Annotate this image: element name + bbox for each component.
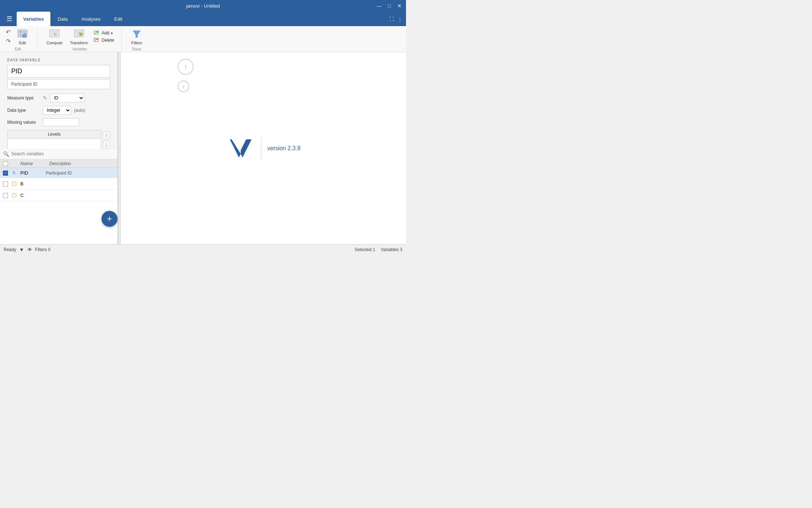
window-title: jamovi - Untitled xyxy=(186,3,220,9)
measure-type-select[interactable]: ID Nominal Ordinal Continuous xyxy=(50,94,84,102)
measure-type-edit-icon[interactable]: ✎ xyxy=(43,95,47,101)
selected-label: Selected 1 xyxy=(355,247,375,252)
ribbon-rows-buttons: Filters xyxy=(128,27,146,46)
svg-text:⇄: ⇄ xyxy=(80,33,82,36)
row2-type-icon: ⬡ xyxy=(12,180,20,187)
svg-rect-18 xyxy=(94,38,99,42)
add-delete-group: Add ▾ Delete xyxy=(92,30,116,44)
variables-label: Variables 3 xyxy=(381,247,402,252)
data-type-select[interactable]: Integer Decimal Text xyxy=(43,106,71,115)
up-arrow-button[interactable]: ↑ xyxy=(178,59,194,75)
variable-description-input[interactable] xyxy=(7,79,110,89)
variables-table-header: Name Description xyxy=(0,159,117,168)
tab-edit[interactable]: Edit xyxy=(108,12,129,26)
select-all-checkbox[interactable] xyxy=(3,161,8,166)
more-options-icon[interactable]: ⋮ xyxy=(398,16,402,22)
row3-checkbox[interactable] xyxy=(3,193,8,198)
eye-icon[interactable]: 👁 xyxy=(27,247,32,253)
missing-values-label: Missing values xyxy=(7,120,40,125)
compute-button[interactable]: fx Compute xyxy=(44,27,66,46)
levels-box: Levels xyxy=(7,130,101,149)
filters-icon xyxy=(131,28,142,40)
main-area: DATA VARIABLE Measure type ✎ ID Nominal … xyxy=(0,52,406,244)
tab-analyses[interactable]: Analyses xyxy=(75,12,107,26)
maximize-button[interactable]: □ xyxy=(386,2,393,9)
title-bar: jamovi - Untitled — □ ✕ xyxy=(0,0,406,12)
status-right: Selected 1 Variables 3 xyxy=(355,247,402,252)
filter-icon[interactable]: ▼ xyxy=(19,247,24,253)
row3-name: C xyxy=(20,193,46,198)
row1-checkbox-col xyxy=(3,171,12,176)
redo-button[interactable]: ↷ xyxy=(4,37,12,45)
screen-icon[interactable]: ⛶ xyxy=(389,16,394,22)
row2-name: B xyxy=(20,181,46,187)
ribbon-variables-buttons: fx Compute ⇄ Transform xyxy=(44,27,116,46)
ribbon-group-variables: fx Compute ⇄ Transform xyxy=(44,28,122,50)
header-checkbox-col xyxy=(3,161,12,166)
ribbon: ↶ ↷ Edit Edit xyxy=(0,26,406,52)
table-row[interactable]: ⬡ B xyxy=(0,178,117,190)
ribbon-group-edit: ↶ ↷ Edit Edit xyxy=(4,28,38,50)
measure-type-label: Measure type xyxy=(7,95,40,101)
svg-marker-21 xyxy=(133,30,141,38)
compute-icon: fx xyxy=(49,28,60,40)
minimize-button[interactable]: — xyxy=(376,2,383,9)
edit-button[interactable]: Edit xyxy=(13,27,32,46)
levels-controls: ↑ ↓ + xyxy=(103,130,110,149)
svg-rect-19 xyxy=(95,38,95,42)
tab-data[interactable]: Data xyxy=(51,12,74,26)
row1-description: Participant ID xyxy=(46,171,115,176)
tab-bar: ☰ Variables Data Analyses Edit ⛶ ⋮ xyxy=(0,12,406,26)
delete-button[interactable]: Delete xyxy=(92,37,116,44)
levels-header: Levels xyxy=(8,130,101,139)
levels-up-button[interactable]: ↑ xyxy=(103,131,110,139)
logo-divider xyxy=(261,138,261,159)
svg-rect-17 xyxy=(97,31,98,33)
tab-bar-right: ⛶ ⋮ xyxy=(389,16,406,22)
ready-label: Ready xyxy=(4,247,16,252)
levels-down-button[interactable]: ↓ xyxy=(103,141,110,149)
svg-text:fx: fx xyxy=(54,32,57,36)
search-bar: 🔍 xyxy=(0,149,117,159)
row2-checkbox[interactable] xyxy=(3,181,8,187)
tab-variables[interactable]: Variables xyxy=(17,12,50,26)
missing-values-row: Missing values xyxy=(7,118,110,126)
table-row[interactable]: ⬡ C xyxy=(0,190,117,201)
add-button[interactable]: Add ▾ xyxy=(92,30,116,36)
filters-label: Filters 0 xyxy=(35,247,51,252)
ribbon-undo-redo-edit: ↶ ↷ Edit xyxy=(4,27,32,46)
svg-rect-3 xyxy=(22,34,26,38)
title-bar-controls: — □ ✕ xyxy=(376,2,403,9)
header-description-col: Description xyxy=(49,161,115,166)
table-row[interactable]: ✎ PID Participant ID xyxy=(0,168,117,178)
search-icon: 🔍 xyxy=(3,151,9,157)
data-variable-label: DATA VARIABLE xyxy=(7,58,110,62)
row2-checkbox-col xyxy=(3,181,12,187)
status-bar: Ready ▼ 👁 Filters 0 Selected 1 Variables… xyxy=(0,244,406,254)
svg-rect-20 xyxy=(96,39,98,40)
ribbon-group-rows: Filters Rows xyxy=(128,28,152,50)
variables-table: Name Description ✎ PID Participant ID xyxy=(0,159,117,244)
transform-button[interactable]: ⇄ Transform xyxy=(67,27,91,46)
search-input[interactable] xyxy=(11,151,115,156)
variable-name-input[interactable] xyxy=(7,65,110,78)
row1-checkbox[interactable] xyxy=(3,171,8,176)
filters-button[interactable]: Filters xyxy=(128,27,146,46)
right-arrow-button[interactable]: › xyxy=(178,81,189,92)
add-variable-button[interactable]: + xyxy=(102,211,117,227)
auto-label: (auto) xyxy=(74,108,85,113)
data-type-label: Data type xyxy=(7,108,40,113)
missing-values-input[interactable] xyxy=(43,118,79,126)
header-name-col: Name xyxy=(20,161,49,166)
drag-handle[interactable]: ⋮ xyxy=(118,52,121,244)
undo-button[interactable]: ↶ xyxy=(4,28,12,36)
jamovi-logo xyxy=(226,134,255,163)
jamovi-logo-area: version 2.3.9 xyxy=(226,134,301,163)
data-type-row: Data type Integer Decimal Text (auto) xyxy=(7,106,110,115)
hamburger-menu[interactable]: ☰ xyxy=(3,12,16,26)
row3-checkbox-col xyxy=(3,193,12,198)
row3-type-icon: ⬡ xyxy=(12,192,20,199)
nav-arrows: ↑ xyxy=(178,59,194,75)
undo-redo-group: ↶ ↷ xyxy=(4,28,12,45)
close-button[interactable]: ✕ xyxy=(396,2,403,9)
